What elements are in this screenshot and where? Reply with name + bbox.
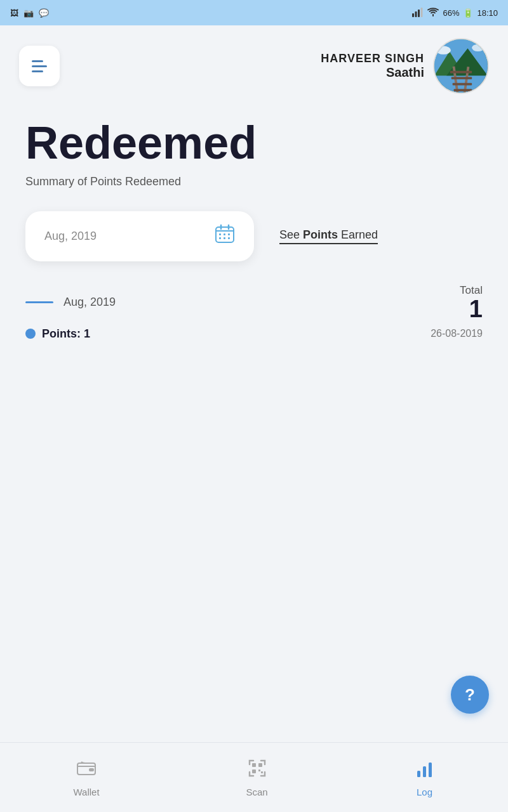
scan-icon — [247, 758, 267, 783]
svg-rect-0 — [412, 13, 414, 17]
signal-icon — [412, 7, 424, 19]
svg-rect-10 — [451, 77, 472, 79]
bottom-nav: Wallet Scan — [0, 742, 508, 812]
message-icon: 💬 — [39, 8, 49, 18]
user-name: HARVEER SINGH — [321, 52, 424, 65]
nav-label-scan: Scan — [246, 787, 267, 797]
status-bar: 🖼 📷 💬 66% 🔋 18:10 — [0, 0, 508, 25]
total-block: Total 1 — [460, 284, 483, 321]
avatar[interactable] — [433, 38, 489, 94]
avatar-image — [434, 39, 488, 93]
date-picker[interactable]: Aug, 2019 — [25, 211, 254, 261]
svg-rect-24 — [228, 237, 230, 239]
svg-rect-34 — [429, 763, 432, 777]
date-row: Aug, 2019 See Points Earned — [25, 211, 483, 261]
see-points-suffix: Earned — [338, 228, 378, 241]
nav-label-log: Log — [417, 787, 432, 797]
nav-item-scan[interactable]: Scan — [227, 753, 286, 802]
svg-rect-27 — [252, 763, 256, 767]
nav-item-log[interactable]: Log — [396, 753, 454, 802]
svg-rect-11 — [453, 83, 472, 86]
svg-rect-26 — [89, 768, 94, 771]
month-divider — [25, 301, 53, 303]
svg-point-13 — [436, 46, 451, 55]
wallet-icon — [76, 758, 97, 783]
page-title: Redeemed — [25, 119, 483, 167]
notification-icon: 🖼 — [10, 8, 18, 18]
svg-rect-20 — [224, 233, 225, 235]
page-subtitle: Summary of Points Redeemed — [25, 175, 483, 188]
see-points-earned-link[interactable]: See Points Earned — [279, 228, 378, 244]
help-button[interactable]: ? — [451, 676, 489, 714]
svg-rect-23 — [224, 237, 225, 239]
calendar-icon — [215, 224, 235, 249]
svg-rect-31 — [261, 771, 263, 773]
points-section: Aug, 2019 Total 1 Points: 1 26-08-2019 — [25, 284, 483, 341]
points-date: 26-08-2019 — [431, 328, 483, 339]
photo-icon: 📷 — [23, 8, 34, 18]
user-role: Saathi — [321, 65, 424, 80]
menu-button[interactable] — [19, 46, 60, 86]
month-row: Aug, 2019 Total 1 — [25, 284, 483, 321]
nav-item-wallet[interactable]: Wallet — [54, 753, 118, 802]
total-label: Total — [460, 284, 483, 297]
hamburger-icon — [32, 60, 47, 72]
svg-point-14 — [472, 44, 484, 51]
wifi-icon — [427, 8, 439, 18]
svg-rect-30 — [258, 769, 260, 771]
svg-rect-33 — [423, 766, 426, 777]
status-bar-left: 🖼 📷 💬 — [10, 8, 49, 18]
svg-rect-29 — [252, 769, 256, 773]
svg-rect-32 — [417, 771, 420, 777]
main-content: Redeemed Summary of Points Redeemed Aug,… — [0, 100, 508, 742]
points-item-left: Points: 1 — [25, 327, 90, 341]
header: HARVEER SINGH Saathi — [0, 25, 508, 100]
status-bar-right: 66% 🔋 18:10 — [412, 7, 498, 19]
svg-rect-1 — [415, 11, 417, 17]
svg-rect-9 — [450, 71, 472, 74]
total-value: 1 — [460, 297, 483, 321]
svg-rect-2 — [418, 10, 420, 17]
points-dot — [25, 329, 36, 339]
battery-icon: 🔋 — [463, 8, 473, 18]
date-picker-text: Aug, 2019 — [44, 230, 97, 243]
help-icon: ? — [465, 685, 475, 705]
svg-rect-19 — [219, 233, 221, 235]
user-name-block: HARVEER SINGH Saathi — [321, 52, 424, 80]
user-info: HARVEER SINGH Saathi — [321, 38, 489, 94]
month-label: Aug, 2019 — [64, 296, 116, 309]
month-row-left: Aug, 2019 — [25, 296, 116, 309]
time-display: 18:10 — [477, 8, 498, 18]
svg-rect-22 — [219, 237, 221, 239]
svg-rect-28 — [258, 763, 262, 767]
svg-rect-12 — [454, 89, 472, 91]
nav-label-wallet: Wallet — [73, 787, 99, 797]
battery-percent: 66% — [443, 8, 459, 18]
points-label: Points: 1 — [42, 327, 90, 341]
points-item-row: Points: 1 26-08-2019 — [25, 327, 483, 341]
see-points-bold: Points — [303, 228, 338, 241]
log-icon — [415, 758, 435, 783]
see-points-prefix: See — [279, 228, 303, 241]
svg-rect-21 — [228, 233, 230, 235]
svg-rect-3 — [421, 8, 423, 17]
